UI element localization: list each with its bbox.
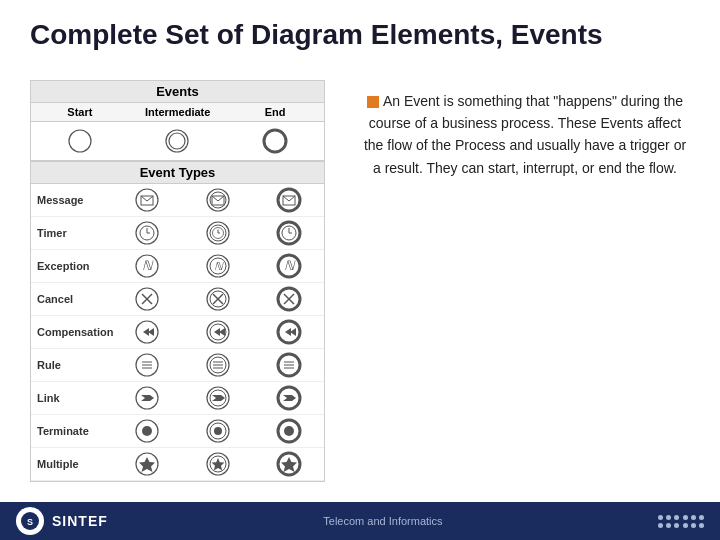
footer-dot-7 [683, 515, 688, 520]
title-section: Complete Set of Diagram Elements, Events [0, 0, 720, 62]
footer-dots [658, 515, 704, 528]
svg-marker-65 [141, 395, 154, 401]
right-panel: An Event is something that "happens" dur… [340, 80, 690, 180]
label-timer: Timer [31, 227, 111, 239]
svg-text:ℕ: ℕ [142, 258, 154, 273]
bullet-orange [367, 96, 379, 108]
svg-text:ℕ: ℕ [284, 258, 296, 273]
event-type-row-compensation: Compensation [31, 316, 324, 349]
icons-compensation [111, 319, 324, 345]
label-terminate: Terminate [31, 425, 111, 437]
svg-point-4 [136, 189, 158, 211]
svg-marker-82 [211, 458, 224, 471]
footer-dot-5 [666, 523, 671, 528]
icons-cancel [111, 286, 324, 312]
svg-point-3 [264, 130, 286, 152]
footer-dot-6 [674, 523, 679, 528]
icons-timer [111, 220, 324, 246]
icons-exception: ℕ ℕ ℕ [111, 253, 324, 279]
icons-terminate [111, 418, 324, 444]
footer-dot-9 [699, 515, 704, 520]
event-type-row-link: Link [31, 382, 324, 415]
footer: S SINTEF Telecom and Informatics [0, 502, 720, 540]
footer-center-text: Telecom and Informatics [323, 515, 442, 527]
label-link: Link [31, 392, 111, 404]
footer-logo: S SINTEF [16, 507, 108, 535]
label-exception: Exception [31, 260, 111, 272]
footer-dot-group [658, 515, 679, 528]
event-type-row-cancel: Cancel [31, 283, 324, 316]
event-types-section: Event Types Message Timer [30, 162, 325, 482]
event-types-header: Event Types [31, 162, 324, 184]
footer-dot-2 [666, 515, 671, 520]
events-table: Events Start Intermediate End [30, 80, 325, 162]
event-type-row-exception: Exception ℕ ℕ ℕ [31, 250, 324, 283]
event-type-row-timer: Timer [31, 217, 324, 250]
col-start: Start [47, 106, 112, 118]
label-message: Message [31, 194, 111, 206]
footer-logo-icon: S [16, 507, 44, 535]
svg-point-77 [284, 426, 294, 436]
event-type-row-multiple: Multiple [31, 448, 324, 481]
description-content: An Event is something that "happens" dur… [364, 93, 686, 176]
svg-marker-84 [281, 457, 297, 472]
icons-rule [111, 352, 324, 378]
svg-point-0 [69, 130, 91, 152]
footer-company-name: SINTEF [52, 513, 108, 529]
main-content: Events Start Intermediate End [0, 62, 720, 482]
label-compensation: Compensation [31, 326, 111, 338]
svg-marker-70 [283, 395, 296, 401]
icons-multiple [111, 451, 324, 477]
events-col-headers: Start Intermediate End [31, 103, 324, 122]
event-type-row-message: Message [31, 184, 324, 217]
label-cancel: Cancel [31, 293, 111, 305]
icons-link [111, 385, 324, 411]
svg-point-9 [278, 189, 300, 211]
intermediate-event-icon [145, 127, 210, 155]
footer-dot-11 [691, 523, 696, 528]
start-event-icon [47, 127, 112, 155]
event-type-row-terminate: Terminate [31, 415, 324, 448]
svg-marker-79 [139, 457, 155, 472]
event-type-row-rule: Rule [31, 349, 324, 382]
footer-dot-group-2 [683, 515, 704, 528]
footer-dot-3 [674, 515, 679, 520]
label-multiple: Multiple [31, 458, 111, 470]
svg-point-2 [169, 133, 185, 149]
svg-point-72 [142, 426, 152, 436]
svg-marker-68 [212, 395, 225, 401]
footer-dot-10 [683, 523, 688, 528]
col-end: End [243, 106, 308, 118]
svg-text:ℕ: ℕ [213, 260, 223, 272]
end-event-icon [243, 127, 308, 155]
footer-dot-1 [658, 515, 663, 520]
events-icons-row [31, 122, 324, 161]
footer-dot-12 [699, 523, 704, 528]
icons-message [111, 187, 324, 213]
label-rule: Rule [31, 359, 111, 371]
description-text: An Event is something that "happens" dur… [360, 90, 690, 180]
page-title: Complete Set of Diagram Elements, Events [30, 18, 690, 52]
svg-text:S: S [27, 517, 33, 527]
footer-dot-4 [658, 523, 663, 528]
left-panel: Events Start Intermediate End [30, 80, 340, 482]
svg-point-75 [214, 427, 222, 435]
col-intermediate: Intermediate [145, 106, 210, 118]
footer-dot-8 [691, 515, 696, 520]
events-header: Events [31, 81, 324, 103]
